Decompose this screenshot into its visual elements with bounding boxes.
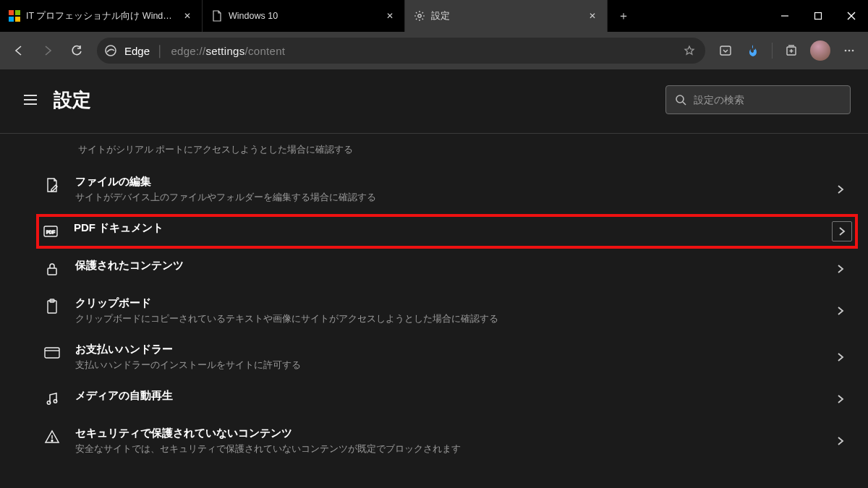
settings-list: サイトがシリアル ポートにアクセスしようとした場合に確認する ファイルの編集サイ… <box>0 134 868 479</box>
settings-page: 設定 サイトがシリアル ポートにアクセスしようとした場合に確認する ファイルの編… <box>0 69 868 488</box>
svg-rect-10 <box>720 46 731 55</box>
chevron-right-icon <box>832 221 852 241</box>
svg-point-16 <box>848 50 851 52</box>
menu-button[interactable] <box>17 87 43 113</box>
page-title: 設定 <box>54 87 91 113</box>
serial-ports-subtext: サイトがシリアル ポートにアクセスしようとした場合に確認する <box>43 134 851 166</box>
svg-rect-0 <box>9 10 14 15</box>
setting-insecure-content[interactable]: セキュリティで保護されていないコンテンツ安全なサイトでは、セキュリティで保護され… <box>43 418 851 464</box>
browser-tab-2[interactable]: Windows 10 ✕ <box>203 0 405 32</box>
forward-button[interactable] <box>35 38 61 64</box>
setting-clipboard[interactable]: クリップボードクリップボードにコピーされているテキストや画像にサイトがアクセスし… <box>43 288 851 334</box>
browser-toolbar: Edge │ edge://settings/content <box>0 32 868 69</box>
chevron-right-icon <box>830 389 851 409</box>
windows-logo-icon <box>9 10 20 22</box>
item-title: セキュリティで保護されていないコンテンツ <box>75 427 816 440</box>
pocket-icon[interactable] <box>712 38 739 64</box>
close-icon[interactable]: ✕ <box>587 10 598 22</box>
collections-icon[interactable] <box>778 38 804 64</box>
lock-icon <box>43 260 61 278</box>
svg-line-19 <box>683 102 686 105</box>
item-subtitle: 支払いハンドラーのインストールをサイトに許可する <box>75 359 816 372</box>
item-title: お支払いハンドラー <box>75 343 816 356</box>
item-title: PDF ドキュメント <box>74 221 817 235</box>
warning-icon <box>43 428 61 445</box>
svg-point-15 <box>845 50 847 52</box>
flame-icon[interactable] <box>740 38 766 64</box>
new-tab-button[interactable]: ＋ <box>608 0 639 32</box>
close-icon[interactable]: ✕ <box>182 10 193 22</box>
setting-payment-handlers[interactable]: お支払いハンドラー支払いハンドラーのインストールをサイトに許可する <box>43 334 851 380</box>
svg-point-4 <box>418 14 421 17</box>
chevron-right-icon <box>830 431 851 451</box>
clipboard-icon <box>43 298 61 315</box>
svg-rect-22 <box>48 268 56 275</box>
toolbar-divider <box>772 43 773 59</box>
item-subtitle: 安全なサイトでは、セキュリティで保護されていないコンテンツが既定でブロックされま… <box>75 443 816 455</box>
item-title: ファイルの編集 <box>75 175 816 189</box>
item-subtitle: クリップボードにコピーされているテキストや画像にサイトがアクセスしようとした場合… <box>75 313 816 325</box>
svg-text:PDF: PDF <box>46 230 55 234</box>
pdf-icon: PDF <box>42 223 59 240</box>
search-input[interactable] <box>694 94 841 106</box>
svg-rect-6 <box>815 13 822 20</box>
close-icon[interactable]: ✕ <box>384 10 396 22</box>
item-title: メディアの自動再生 <box>75 389 816 403</box>
tab-title: IT プロフェッショナル向け Windows 1 <box>26 10 176 22</box>
browser-tab-3[interactable]: 設定 ✕ <box>405 0 608 32</box>
settings-header: 設定 <box>0 69 868 134</box>
item-title: 保護されたコンテンツ <box>75 259 816 273</box>
chevron-right-icon <box>830 259 851 279</box>
svg-point-18 <box>676 95 684 103</box>
item-title: クリップボード <box>75 296 816 310</box>
setting-media-autoplay[interactable]: メディアの自動再生 <box>43 380 851 418</box>
favorite-icon[interactable] <box>684 45 695 56</box>
tab-title: 設定 <box>431 10 581 22</box>
browser-tab-1[interactable]: IT プロフェッショナル向け Windows 1 ✕ <box>0 0 203 32</box>
item-subtitle: サイトがデバイス上のファイルやフォルダーを編集する場合に確認する <box>75 192 816 204</box>
file-edit-icon <box>43 176 61 194</box>
chevron-right-icon <box>830 347 851 367</box>
back-button[interactable] <box>6 38 32 64</box>
svg-point-28 <box>54 400 56 403</box>
music-note-icon <box>43 390 61 408</box>
address-separator: │ <box>157 45 163 57</box>
refresh-button[interactable] <box>64 38 90 64</box>
search-icon <box>675 94 686 106</box>
gear-icon <box>414 10 425 22</box>
svg-point-17 <box>852 50 854 52</box>
maximize-button[interactable] <box>801 0 835 32</box>
setting-pdf-documents[interactable]: PDF PDF ドキュメント <box>38 215 856 247</box>
svg-point-27 <box>47 401 50 404</box>
chevron-right-icon <box>830 179 851 200</box>
page-icon <box>211 10 223 22</box>
svg-rect-2 <box>9 17 14 22</box>
svg-rect-1 <box>15 10 20 15</box>
address-label: Edge <box>124 45 150 57</box>
svg-rect-25 <box>45 348 59 358</box>
more-icon[interactable] <box>836 38 862 64</box>
edge-icon <box>104 44 117 57</box>
tab-title: Windows 10 <box>229 11 378 21</box>
settings-search[interactable] <box>665 85 851 114</box>
window-titlebar: IT プロフェッショナル向け Windows 1 ✕ Windows 10 ✕ … <box>0 0 868 32</box>
profile-avatar[interactable] <box>810 40 830 61</box>
close-window-button[interactable] <box>835 0 868 32</box>
svg-point-30 <box>51 440 53 442</box>
chevron-right-icon <box>830 301 851 321</box>
svg-rect-3 <box>15 17 20 22</box>
window-controls <box>768 0 868 32</box>
address-bar[interactable]: Edge │ edge://settings/content <box>97 38 705 64</box>
setting-file-editing[interactable]: ファイルの編集サイトがデバイス上のファイルやフォルダーを編集する場合に確認する <box>43 166 851 213</box>
setting-protected-content[interactable]: 保護されたコンテンツ <box>43 250 851 288</box>
credit-card-icon <box>43 344 61 361</box>
minimize-button[interactable] <box>768 0 801 32</box>
